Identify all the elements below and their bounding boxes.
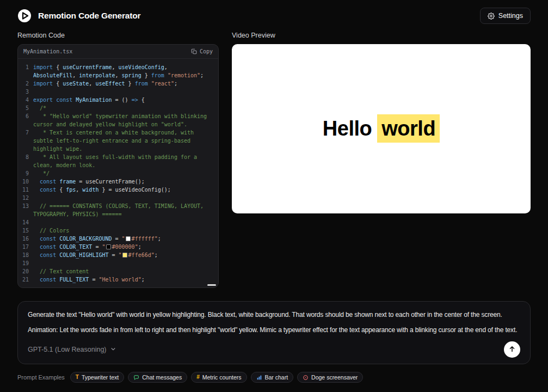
line-number: 8 (20, 153, 33, 169)
code-line: 17 const COLOR_TEXT = "#000000"; (20, 243, 213, 251)
prompt-example-pill[interactable]: TTypewriter text (70, 372, 124, 383)
code-line: 8 * All layout uses full-width with padd… (20, 153, 213, 169)
prompt-paragraph: Generate the text "Hello world" with wor… (28, 310, 520, 320)
preview-column: Video Preview Hello world (232, 32, 531, 288)
code-scrollbar-thumb[interactable] (207, 284, 216, 286)
line-number: 3 (20, 88, 33, 96)
line-number: 13 (20, 202, 33, 218)
highlighted-word: world (377, 114, 440, 143)
code-line: 11 const { fps, width } = useVideoConfig… (20, 186, 213, 194)
code-line: 15 // Colors (20, 226, 213, 235)
code-line: 4export const MyAnimation = () => { (20, 96, 213, 104)
preview-plain-word: Hello (323, 117, 377, 140)
settings-label: Settings (498, 12, 523, 20)
code-line: 6 * "Hello world" typewriter animation w… (20, 112, 213, 128)
pill-label: Metric counters (202, 374, 242, 381)
color-swatch (106, 244, 111, 249)
prompt-example-pills: TTypewriter textChat messages#Metric cou… (70, 372, 364, 383)
chat-icon (133, 375, 139, 381)
hash-icon: # (196, 375, 200, 380)
gear-icon (488, 13, 495, 20)
typewriter-icon: T (76, 375, 79, 380)
prompt-text: Generate the text "Hello world" with wor… (28, 310, 520, 335)
code-line: 20 // Text content (20, 267, 213, 275)
code-line: 1import { useCurrentFrame, useVideoConfi… (20, 63, 213, 79)
code-line: 5 /* (20, 104, 213, 112)
preview-text: Hello world (323, 117, 440, 140)
arrow-up-icon (508, 345, 516, 354)
line-number: 14 (20, 218, 33, 226)
remotion-logo-icon (17, 9, 32, 23)
prompt-example-pill[interactable]: #Metric counters (191, 372, 247, 383)
pill-label: Bar chart (265, 374, 288, 381)
line-number: 11 (20, 186, 33, 194)
color-swatch (122, 253, 127, 258)
line-number: 16 (20, 235, 33, 243)
line-number: 21 (20, 275, 33, 284)
record-icon (303, 375, 309, 381)
prompt-examples-row: Prompt Examples TTypewriter textChat mes… (17, 372, 531, 383)
code-line: 21 const FULL_TEXT = "Hello world"; (20, 275, 213, 284)
line-number: 4 (20, 96, 33, 104)
code-panel: MyAnimation.tsx Copy 1import { useCurren… (17, 44, 219, 288)
copy-button[interactable]: Copy (191, 48, 213, 54)
prompt-example-pill[interactable]: Chat messages (128, 372, 187, 383)
video-preview: Hello world (232, 44, 531, 213)
code-line: 19 (20, 259, 213, 267)
main-content: Remotion Code MyAnimation.tsx Copy 1impo… (0, 32, 548, 288)
color-swatch (126, 236, 131, 241)
code-line: 18 const COLOR_HIGHLIGHT = "#ffe66d"; (20, 251, 213, 259)
model-selector[interactable]: GPT-5.1 (Low Reasoning) (28, 346, 116, 353)
code-line: 13 // ====== CONSTANTS (COLORS, TEXT, TI… (20, 202, 213, 218)
copy-label: Copy (200, 48, 213, 54)
prompt-example-pill[interactable]: Doge screensaver (297, 372, 363, 383)
model-label: GPT-5.1 (Low Reasoning) (28, 346, 107, 353)
prompt-footer: GPT-5.1 (Low Reasoning) (28, 341, 520, 358)
chevron-down-icon (110, 346, 116, 353)
line-number: 6 (20, 112, 33, 128)
prompt-input[interactable]: Generate the text "Hello world" with wor… (17, 301, 531, 364)
line-number: 1 (20, 63, 33, 79)
line-number: 17 (20, 243, 33, 251)
line-number: 5 (20, 104, 33, 112)
line-number: 2 (20, 79, 33, 88)
page-title: Remotion Code Generator (38, 11, 140, 21)
line-number: 7 (20, 128, 33, 153)
prompt-examples-label: Prompt Examples (17, 374, 65, 381)
line-number: 15 (20, 226, 33, 235)
brand: Remotion Code Generator (17, 9, 140, 23)
line-number: 20 (20, 267, 33, 275)
code-section-label: Remotion Code (17, 32, 219, 39)
code-line: 3 (20, 88, 213, 96)
code-column: Remotion Code MyAnimation.tsx Copy 1impo… (17, 32, 219, 288)
line-number: 10 (20, 177, 33, 186)
send-button[interactable] (504, 341, 520, 358)
code-line: 2import { useState, useEffect } from "re… (20, 79, 213, 88)
line-number: 9 (20, 169, 33, 177)
line-number: 12 (20, 194, 33, 202)
code-line: 16 const COLOR_BACKGROUND = "#ffffff"; (20, 235, 213, 243)
pill-label: Chat messages (142, 374, 182, 381)
code-line: 9 */ (20, 169, 213, 177)
settings-button[interactable]: Settings (480, 8, 531, 24)
prompt-paragraph: Animation: Let the words fade in from le… (28, 325, 520, 335)
code-line: 12 (20, 194, 213, 202)
line-number: 18 (20, 251, 33, 259)
pill-label: Typewriter text (82, 374, 119, 381)
code-line: 10 const frame = useCurrentFrame(); (20, 177, 213, 186)
bar-chart-icon (256, 375, 262, 381)
copy-icon (191, 48, 197, 54)
code-editor[interactable]: 1import { useCurrentFrame, useVideoConfi… (18, 59, 218, 287)
code-line: 7 * Text is centered on a white backgrou… (20, 128, 213, 153)
prompt-example-pill[interactable]: Bar chart (251, 372, 294, 383)
code-panel-header: MyAnimation.tsx Copy (18, 45, 218, 59)
filename: MyAnimation.tsx (23, 48, 72, 54)
app-header: Remotion Code Generator Settings (0, 0, 548, 32)
pill-label: Doge screensaver (311, 374, 358, 381)
line-number: 19 (20, 259, 33, 267)
preview-section-label: Video Preview (232, 32, 531, 39)
code-line: 14 (20, 218, 213, 226)
code-lines: 1import { useCurrentFrame, useVideoConfi… (20, 63, 213, 284)
